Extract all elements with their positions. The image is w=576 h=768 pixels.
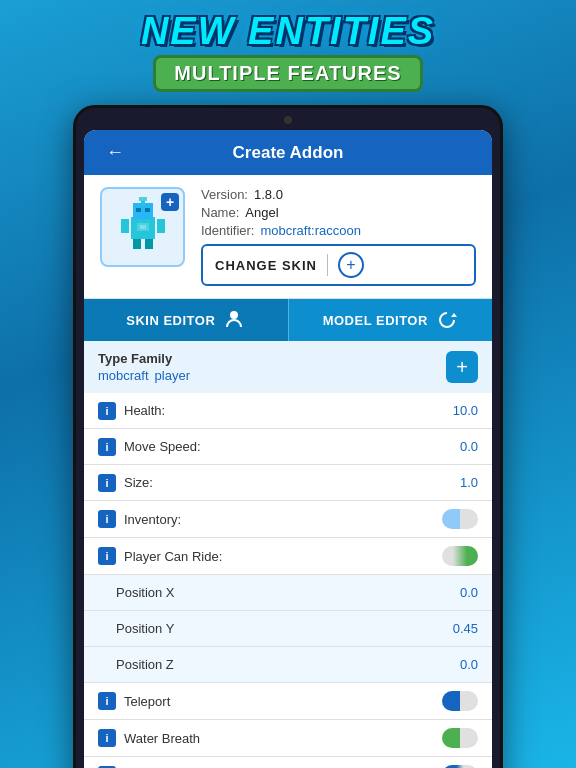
prop-name: Position X (116, 585, 460, 600)
prop-row: iHealth:10.0 (84, 393, 492, 429)
add-skin-icon: + (338, 252, 364, 278)
prop-name: Position Z (116, 657, 460, 672)
toggle-switch[interactable] (442, 509, 478, 529)
svg-rect-3 (145, 208, 150, 212)
prop-row: Position Y0.45 (84, 611, 492, 647)
app-header: ← Create Addon (84, 130, 492, 175)
toggle-switch[interactable] (442, 691, 478, 711)
tab-skin-editor[interactable]: SKIN EDITOR (84, 299, 288, 341)
button-divider (327, 254, 328, 276)
svg-rect-11 (140, 225, 146, 229)
identifier-value: mobcraft:raccoon (260, 223, 360, 238)
prop-row: iSize:1.0 (84, 465, 492, 501)
info-badge[interactable]: i (98, 438, 116, 456)
change-skin-button[interactable]: CHANGE SKIN + (201, 244, 476, 286)
svg-point-12 (230, 311, 238, 319)
info-badge[interactable]: i (98, 474, 116, 492)
prop-value: 0.0 (460, 585, 478, 600)
properties-list: iHealth:10.0iMove Speed:0.0iSize:1.0iInv… (84, 393, 492, 768)
prop-name: Teleport (124, 694, 442, 709)
content-area: Type Family mobcraft player + iHealth:10… (84, 341, 492, 768)
prop-row: iTeleport (84, 683, 492, 720)
prop-row: Position X0.0 (84, 575, 492, 611)
name-label: Name: (201, 205, 239, 220)
svg-rect-8 (121, 219, 129, 233)
info-badge[interactable]: i (98, 729, 116, 747)
type-family-label: Type Family (98, 351, 190, 366)
info-badge[interactable]: i (98, 692, 116, 710)
model-editor-label: MODEL EDITOR (323, 313, 428, 328)
version-row: Version: 1.8.0 (201, 187, 476, 202)
prop-value: 0.0 (460, 439, 478, 454)
toggle-switch[interactable] (442, 546, 478, 566)
device-camera (284, 116, 292, 124)
name-row: Name: Angel (201, 205, 476, 220)
prop-row: iMove Speed:0.0 (84, 429, 492, 465)
addon-info: + (84, 175, 492, 299)
tab-model-editor[interactable]: MODEL EDITOR (289, 299, 493, 341)
addon-metadata: Version: 1.8.0 Name: Angel Identifier: m… (201, 187, 476, 286)
type-family-tags: mobcraft player (98, 368, 190, 383)
prop-value: 0.0 (460, 657, 478, 672)
prop-name: Move Speed: (124, 439, 460, 454)
prop-value: 10.0 (453, 403, 478, 418)
svg-rect-9 (157, 219, 165, 233)
toggle-switch[interactable] (442, 728, 478, 748)
identifier-label: Identifier: (201, 223, 254, 238)
prop-name: Health: (124, 403, 453, 418)
rotate-icon (436, 309, 458, 331)
type-family-row: Type Family mobcraft player + (84, 341, 492, 393)
prop-name: Water Breath (124, 731, 442, 746)
prop-value: 0.45 (453, 621, 478, 636)
svg-rect-6 (133, 239, 141, 249)
entity-image-box[interactable]: + (100, 187, 185, 267)
info-badge[interactable]: i (98, 510, 116, 528)
change-skin-label: CHANGE SKIN (215, 258, 317, 273)
prop-value: 1.0 (460, 475, 478, 490)
prop-row: iPlayer Can Ride: (84, 538, 492, 575)
version-label: Version: (201, 187, 248, 202)
prop-row: iBurns in Daylight (84, 757, 492, 768)
device-frame: ← Create Addon + (73, 105, 503, 768)
svg-rect-2 (136, 208, 141, 212)
prop-name: Size: (124, 475, 460, 490)
header-section: NEW ENTITIES MULTIPLE FEATURES (0, 0, 576, 97)
add-image-button[interactable]: + (161, 193, 179, 211)
svg-rect-5 (139, 197, 147, 201)
sub-title: MULTIPLE FEATURES (153, 55, 422, 92)
tab-bar: SKIN EDITOR MODEL EDITOR (84, 299, 492, 341)
prop-row: iWater Breath (84, 720, 492, 757)
add-type-button[interactable]: + (446, 351, 478, 383)
prop-row: Position Z0.0 (84, 647, 492, 683)
back-button[interactable]: ← (100, 140, 130, 165)
name-value: Angel (245, 205, 278, 220)
prop-name: Player Can Ride: (124, 549, 442, 564)
type-tag-player: player (155, 368, 190, 383)
svg-rect-7 (145, 239, 153, 249)
type-tag-mobcraft: mobcraft (98, 368, 149, 383)
info-badge[interactable]: i (98, 402, 116, 420)
prop-name: Inventory: (124, 512, 442, 527)
prop-name: Position Y (116, 621, 453, 636)
main-title: NEW ENTITIES (20, 10, 556, 53)
prop-row: iInventory: (84, 501, 492, 538)
skin-editor-label: SKIN EDITOR (126, 313, 215, 328)
identifier-row: Identifier: mobcraft:raccoon (201, 223, 476, 238)
app-title: Create Addon (233, 143, 344, 163)
type-family-info: Type Family mobcraft player (98, 351, 190, 383)
info-badge[interactable]: i (98, 547, 116, 565)
person-icon (223, 309, 245, 331)
version-value: 1.8.0 (254, 187, 283, 202)
app-screen: ← Create Addon + (84, 130, 492, 768)
